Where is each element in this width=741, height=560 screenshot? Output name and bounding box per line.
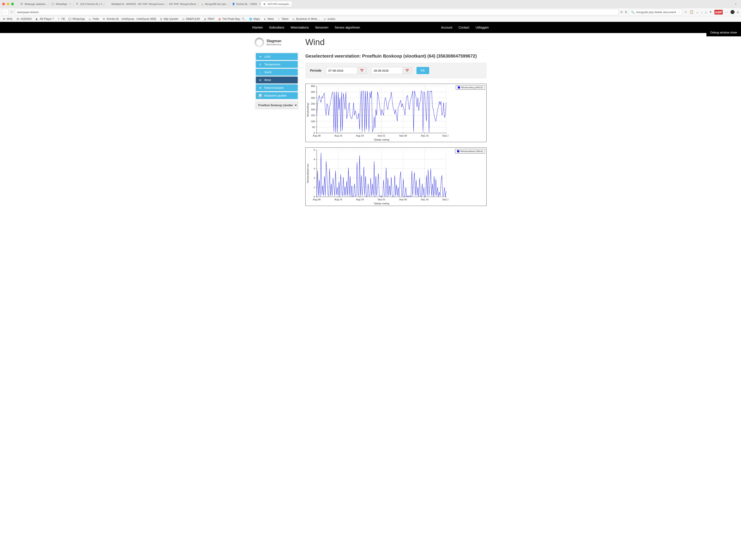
info-icon[interactable]: ⓘ [10,10,13,14]
back-button[interactable]: ← [2,9,8,15]
bookmark-item[interactable]: fFB [57,17,65,21]
bookmark-item[interactable]: ✓Taken [277,17,288,21]
chart-0: Windrichting (AN23) 05010015020025030035… [305,84,486,142]
sidebar-item[interactable]: 💧Vocht [256,69,298,76]
svg-text:3: 3 [314,167,315,170]
browser-tab[interactable]: 💬WhatsApp× [49,2,73,6]
bookmark-icon: ▭ [292,17,295,21]
browser-tab[interactable]: 👤Romke.NL - UREN× [230,2,261,6]
bookmark-item[interactable]: 🌐Maps [249,17,260,21]
date-from-input[interactable] [326,67,357,74]
bookmark-item[interactable]: ▭oculus [323,17,335,21]
bookmark-item[interactable]: ▭DB&PLESK [182,17,200,21]
bookmark-item[interactable]: ◐JW Player 7 [35,17,54,21]
menu-icon[interactable]: ≡ [737,10,739,14]
svg-text:150: 150 [311,114,315,117]
bookmark-label: oculus [327,17,335,20]
bookmark-label: Business In Wind ... [296,17,320,20]
more-icon[interactable]: ⋯ [725,10,728,14]
date-to-picker-button[interactable]: 📅 [402,67,412,74]
url-input[interactable] [17,10,617,14]
svg-text:Windsnelheid m/s: Windsnelheid m/s [307,163,309,183]
svg-text:4: 4 [314,158,315,161]
bookmark-item[interactable]: DSMSynas WEB [137,17,156,21]
tab-close-icon[interactable]: × [259,2,261,6]
download-arrow-icon[interactable]: ↓ [701,10,703,14]
send-icon[interactable]: ✈ [709,10,712,14]
bookmark-item[interactable]: ▭Trello [88,17,99,21]
bookmark-icon: ● [263,17,267,21]
home-icon[interactable]: ⌂ [705,10,707,14]
svg-text:50: 50 [312,126,315,129]
abp-icon[interactable]: ABP [715,10,723,14]
browser-tab[interactable]: MWebpage statistiek...× [18,2,49,6]
sidebar-item[interactable]: ☀Licht [256,53,298,60]
station-select[interactable]: Proeftuin Boskoop (slootkant) [256,102,298,109]
bookmark-label: JW Player 7 [40,17,54,20]
browser-tab[interactable]: R(10) 0 Romke.NL | T...× [73,2,105,6]
bookmark-icon: ▭ [182,17,185,21]
bookmark-item[interactable]: MMAIL [2,17,13,21]
window-close-dot[interactable] [2,3,5,5]
browser-tab[interactable]: 🍃MongoDB Get nam...× [198,2,230,6]
new-tab-button[interactable]: + [733,1,739,6]
date-to-input[interactable] [371,67,402,74]
browser-tab[interactable]: Weblight.IO - MONGO× [105,2,136,6]
ok-button[interactable]: OK [416,67,429,74]
bookmark-label: Mijn Qander [164,17,178,20]
bookmark-item[interactable]: ▭Business In Wind ... [292,17,320,21]
bookmark-item[interactable]: 🖨PBAY [203,17,214,21]
bookmark-item[interactable]: DSMSynas [122,17,134,21]
bookmark-item[interactable]: 25AGENDA [16,17,32,21]
reload-icon[interactable]: ⟳ [620,10,623,14]
browser-tab[interactable]: ◐SATURN webapplic...× [261,2,292,6]
sidebar-item[interactable]: 🌡Temperatuur [256,61,298,68]
bookmark-item[interactable]: ●Weer [263,17,274,21]
browser-tab[interactable]: phpPHP: MongoCollecti...× [167,2,198,6]
download-icon[interactable]: ⬇ [625,10,627,14]
bookmark-icon: ✓ [277,17,280,21]
nav-item[interactable]: Klanten [252,26,263,29]
star-icon[interactable]: ☆ [684,10,687,14]
sidebar-item[interactable]: ≋Wind [256,76,298,83]
nav-item[interactable]: Account [441,26,453,29]
pocket-icon[interactable]: ⌄ [696,10,699,14]
nav-item[interactable]: Contact [459,26,469,29]
bookmark-icon: DSM [137,17,141,21]
nav-item[interactable]: Weerstations [290,26,309,29]
svg-text:Sep 16: Sep 16 [421,134,428,137]
svg-text:Aug 24: Aug 24 [356,198,364,201]
browser-tab[interactable]: phpPHP: MongoCursor:...× [136,2,167,6]
search-input[interactable] [636,10,678,14]
bookmark-item[interactable]: QMijn Qander [159,17,178,21]
tab-close-icon[interactable]: × [69,2,71,6]
nav-item[interactable]: Uitloggen [476,26,489,29]
profile-icon[interactable] [731,10,735,14]
nav-item[interactable]: Gebruikers [269,26,284,29]
tab-favicon-icon: php [138,2,141,6]
search-go-icon[interactable]: → [678,10,680,14]
bookmark-icon: 25 [16,17,20,21]
svg-text:100: 100 [311,120,315,123]
clipboard-icon[interactable]: 📋 [689,10,694,14]
logo: Slagman Mechatronica [255,38,299,47]
bookmark-label: PBAY [208,17,214,20]
tab-label: PHP: MongoCursor:... [143,3,167,5]
bookmark-item[interactable]: ⛵The Pirate Bay - T... [218,17,246,21]
debug-window-toggle[interactable]: Debug window show [706,28,741,37]
bookmark-label: AGENDA [20,17,32,20]
nav-item[interactable]: Sensoren [315,26,328,29]
sidebar-item[interactable]: ⚙Rekenmodulen [256,84,298,91]
nav-item[interactable]: Sensor algoritmen [335,26,360,29]
window-max-dot[interactable] [11,3,14,5]
separator [305,49,486,50]
main: Wind Geselecteerd weerstation: Proeftuin… [305,38,486,211]
bookmark-item[interactable]: 💬WhatsApp [68,17,85,21]
bookmark-item[interactable]: RRomke.NL [102,17,119,21]
svg-text:Tijdstip meting: Tijdstip meting [374,138,390,141]
date-from-picker-button[interactable]: 📅 [357,67,367,74]
bookmark-label: Romke.NL [107,17,119,20]
sidebar-item[interactable]: 📊Maatwerk grafiek [256,92,298,99]
tab-favicon-icon: 💬 [51,2,55,6]
window-min-dot[interactable] [7,3,9,5]
